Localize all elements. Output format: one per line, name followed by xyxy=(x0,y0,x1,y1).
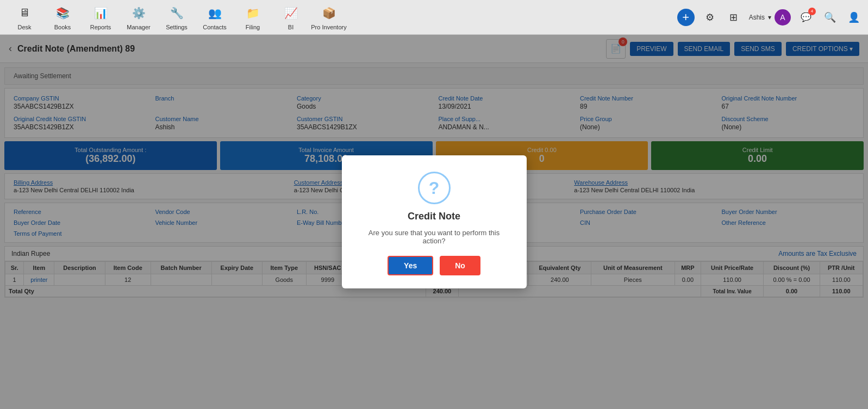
modal-dialog: ? Credit Note Are you sure that you want… xyxy=(342,155,527,288)
notification-badge: 4 xyxy=(808,8,816,15)
nav-label-contacts: Contacts xyxy=(203,24,226,30)
nav-item-bi[interactable]: 📈 BI xyxy=(272,0,310,35)
nav-right-area: + ⚙ ⊞ Ashis ▾ A 💬 4 🔍 👤 xyxy=(677,9,863,26)
nav-label-pro-inventory: Pro Inventory xyxy=(311,24,346,30)
nav-label-books: Books xyxy=(54,24,71,30)
nav-item-settings[interactable]: 🔧 Settings xyxy=(158,0,196,35)
modal-message: Are you sure that you want to perform th… xyxy=(358,229,510,245)
modal-question-icon: ? xyxy=(418,172,451,204)
nav-item-desk[interactable]: 🖥 Desk xyxy=(5,0,43,35)
reports-icon: 📊 xyxy=(92,4,109,22)
settings-icon: 🔧 xyxy=(168,4,185,22)
modal-no-button[interactable]: No xyxy=(440,256,480,275)
nav-label-manager: Manager xyxy=(127,24,150,30)
user-name: Ashis xyxy=(749,14,765,21)
nav-label-filing: Filing xyxy=(246,24,260,30)
nav-item-pro-inventory[interactable]: 📦 Pro Inventory xyxy=(310,0,348,35)
nav-item-reports[interactable]: 📊 Reports xyxy=(82,0,120,35)
user-avatar: A xyxy=(775,9,791,26)
books-icon: 📚 xyxy=(54,4,71,22)
nav-label-reports: Reports xyxy=(90,24,111,30)
grid-icon[interactable]: ⊞ xyxy=(725,9,742,26)
manager-icon: ⚙️ xyxy=(130,4,147,22)
gear-icon[interactable]: ⚙ xyxy=(701,9,719,26)
modal-buttons: Yes No xyxy=(388,256,480,275)
nav-label-bi: BI xyxy=(288,24,294,30)
modal-yes-button[interactable]: Yes xyxy=(388,256,433,275)
bi-icon: 📈 xyxy=(282,4,299,22)
nav-label-desk: Desk xyxy=(17,24,31,30)
add-button[interactable]: + xyxy=(677,9,695,26)
modal-overlay: ? Credit Note Are you sure that you want… xyxy=(0,35,868,409)
chevron-down-icon: ▾ xyxy=(768,14,771,21)
search-icon[interactable]: 🔍 xyxy=(821,9,839,26)
contacts-icon: 👥 xyxy=(206,4,223,22)
content-area: ‹ Credit Note (Amendment) 89 📄 0 PREVIEW… xyxy=(0,35,868,409)
modal-title: Credit Note xyxy=(408,211,460,222)
pro-inventory-icon: 📦 xyxy=(320,4,338,22)
user-profile-icon[interactable]: 👤 xyxy=(845,9,863,26)
nav-label-settings: Settings xyxy=(166,24,188,30)
user-area[interactable]: Ashis ▾ A xyxy=(749,9,791,26)
filing-icon: 📁 xyxy=(244,4,261,22)
nav-item-manager[interactable]: ⚙️ Manager xyxy=(120,0,158,35)
nav-item-books[interactable]: 📚 Books xyxy=(43,0,82,35)
top-navigation: 🖥 Desk 📚 Books 📊 Reports ⚙️ Manager 🔧 Se… xyxy=(0,0,868,35)
nav-item-contacts[interactable]: 👥 Contacts xyxy=(196,0,234,35)
desk-icon: 🖥 xyxy=(16,4,33,22)
nav-item-filing[interactable]: 📁 Filing xyxy=(234,0,272,35)
notification-icon[interactable]: 💬 4 xyxy=(797,9,815,26)
